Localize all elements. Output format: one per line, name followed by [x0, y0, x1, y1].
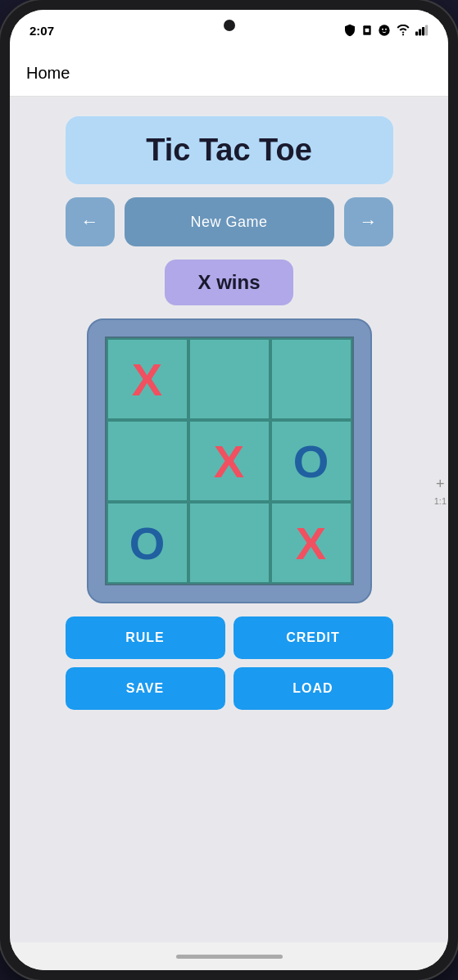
svg-point-4	[385, 29, 387, 30]
board-container: XXOOX	[87, 318, 372, 603]
cell-4[interactable]: X	[188, 420, 270, 502]
cell-2[interactable]	[270, 338, 352, 420]
new-game-button[interactable]: New Game	[125, 197, 334, 246]
svg-point-3	[382, 29, 383, 30]
home-bar	[176, 955, 283, 959]
forward-button[interactable]: →	[344, 197, 393, 246]
save-button[interactable]: SAVE	[66, 667, 225, 710]
game-status: X wins	[165, 260, 292, 305]
bottom-buttons: RULE CREDIT SAVE LOAD	[66, 616, 393, 710]
back-button[interactable]: ←	[66, 197, 115, 246]
main-content: Tic Tac Toe ← New Game → X wins	[10, 97, 448, 942]
status-text: X wins	[197, 271, 260, 293]
shield-icon	[343, 24, 356, 37]
home-indicator	[10, 942, 448, 970]
cell-1[interactable]	[188, 338, 270, 420]
side-indicator: + 1:1	[434, 475, 447, 505]
cell-7[interactable]	[188, 502, 270, 584]
camera-area	[224, 20, 235, 31]
svg-rect-8	[422, 27, 424, 35]
load-label: LOAD	[292, 681, 333, 695]
new-game-label: New Game	[190, 214, 267, 231]
sim-icon	[361, 24, 373, 37]
svg-rect-1	[365, 29, 370, 33]
status-icons	[343, 24, 429, 37]
cell-5[interactable]: O	[270, 420, 352, 502]
svg-rect-7	[419, 29, 421, 35]
svg-rect-9	[425, 25, 428, 36]
rule-button[interactable]: RULE	[66, 616, 225, 659]
credit-button[interactable]: CREDIT	[234, 616, 393, 659]
bottom-row-1: RULE CREDIT	[66, 616, 393, 659]
phone-frame: 2:07 Home Ti	[0, 0, 458, 980]
credit-label: CREDIT	[286, 630, 340, 644]
signal-icon	[415, 25, 429, 36]
side-plus: +	[436, 475, 445, 492]
svg-point-2	[379, 25, 389, 35]
status-time: 2:07	[29, 24, 54, 38]
app-bar: Home	[10, 51, 448, 97]
load-button[interactable]: LOAD	[234, 667, 393, 710]
cell-8[interactable]: X	[270, 502, 352, 584]
phone-screen: 2:07 Home Ti	[10, 10, 448, 970]
face-icon	[378, 24, 391, 37]
cell-6[interactable]: O	[107, 502, 188, 584]
back-icon: ←	[81, 211, 99, 233]
save-label: SAVE	[126, 681, 164, 695]
svg-rect-6	[415, 32, 418, 36]
cell-3[interactable]	[107, 420, 188, 502]
status-bar: 2:07	[10, 10, 448, 51]
cell-0[interactable]: X	[107, 338, 188, 420]
game-title: Tic Tac Toe	[146, 133, 312, 167]
side-ratio: 1:1	[434, 495, 447, 505]
wifi-icon	[396, 25, 410, 36]
control-row: ← New Game →	[66, 197, 393, 246]
board-grid: XXOOX	[105, 336, 354, 585]
rule-label: RULE	[125, 630, 165, 644]
camera-dot	[224, 20, 235, 31]
bottom-row-2: SAVE LOAD	[66, 667, 393, 710]
app-bar-title: Home	[26, 64, 70, 83]
forward-icon: →	[360, 211, 378, 233]
svg-point-5	[402, 34, 404, 35]
title-banner: Tic Tac Toe	[66, 116, 393, 184]
